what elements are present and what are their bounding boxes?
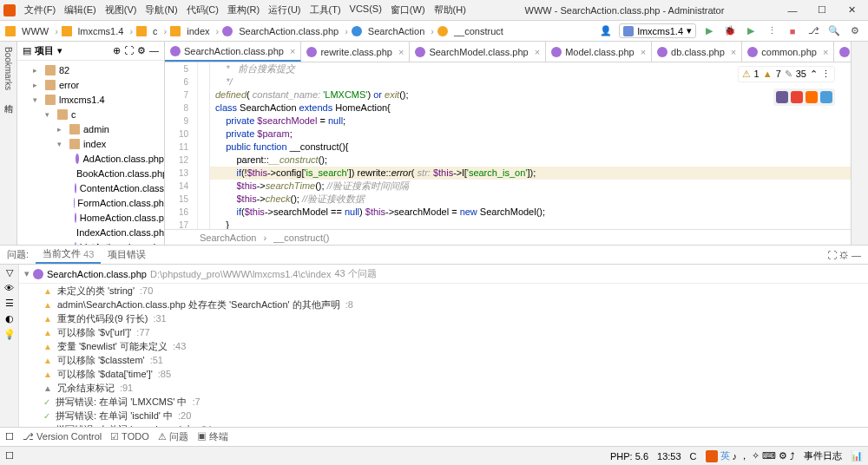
- problem-item[interactable]: ▲重复的代码段(9 行长):31: [19, 311, 868, 325]
- problem-item[interactable]: ▲变量 '$newlist' 可能未定义:43: [19, 339, 868, 353]
- problem-item[interactable]: ▲admin\SearchAction.class.php 处存在类 'Sear…: [19, 298, 868, 311]
- editor-tab[interactable]: BasicAction.class.php×: [834, 42, 851, 62]
- project-tree[interactable]: ▸82▸error▾lmxcms1.4▾c▸admin▾indexAdActio…: [17, 61, 164, 245]
- menu-item[interactable]: 帮助(H): [431, 2, 470, 18]
- close-tab-icon[interactable]: ×: [287, 46, 295, 56]
- events-log[interactable]: 事件日志: [804, 449, 842, 462]
- menu-item[interactable]: 工具(T): [306, 2, 345, 18]
- firefox-icon[interactable]: [806, 91, 818, 103]
- menu-item[interactable]: 视图(V): [102, 2, 141, 18]
- select-opened-icon[interactable]: ⊕: [113, 45, 121, 56]
- chrome-icon[interactable]: [791, 91, 803, 103]
- settings-icon[interactable]: ⚙: [847, 23, 863, 39]
- menu-item[interactable]: 文件(F): [21, 2, 59, 18]
- tree-node[interactable]: IndexAction.class.ph: [17, 225, 164, 239]
- stop-button[interactable]: ■: [785, 23, 800, 39]
- user-icon[interactable]: 👤: [598, 23, 614, 39]
- ime-icons[interactable]: 英 ♪，✧⌨⚙⤴: [706, 449, 796, 462]
- run-button[interactable]: ▶: [701, 23, 717, 39]
- tree-node[interactable]: ▾index: [17, 136, 164, 151]
- problem-item[interactable]: ▲未定义的类 'string':70: [19, 284, 868, 298]
- problem-item[interactable]: ▲可以移除 '$data['time']':85: [19, 367, 868, 381]
- editor-tab[interactable]: SearchModel.class.php×: [410, 42, 546, 62]
- close-tab-icon[interactable]: ×: [820, 47, 828, 57]
- breadcrumb[interactable]: WWW›lmxcms1.4›c›index›SearchAction.class…: [5, 25, 595, 37]
- breadcrumb-item[interactable]: index: [184, 25, 212, 37]
- problem-item[interactable]: ✓拼写错误: 在单词 'LMXCMS' 中:7: [19, 395, 868, 409]
- builtin-browser-icon[interactable]: [820, 91, 832, 103]
- close-tab-icon[interactable]: ×: [396, 47, 404, 57]
- status-tool-icon[interactable]: ☐: [5, 450, 14, 462]
- expand-all-icon[interactable]: ☰: [5, 298, 14, 309]
- problem-item[interactable]: ▲可以移除 '$v['url']':77: [19, 325, 868, 339]
- close-tab-icon[interactable]: ×: [532, 47, 540, 57]
- problems-tab[interactable]: 问题:: [0, 246, 36, 264]
- toolwindow-tab[interactable]: ⚠ 问题: [158, 430, 188, 443]
- code-content[interactable]: * 前台搜索提交 */defined( constant_name: 'LMXC…: [210, 62, 851, 229]
- edge-icon[interactable]: [776, 91, 788, 103]
- run-config-selector[interactable]: lmxcms1.4▾: [619, 23, 696, 38]
- project-errors-tab[interactable]: 项目错误: [101, 246, 153, 264]
- breadcrumb-item[interactable]: WWW: [19, 25, 51, 37]
- eye-icon[interactable]: 👁: [4, 283, 14, 293]
- panel-tools[interactable]: ⛶ ⚙ —: [820, 246, 868, 264]
- editor-tab[interactable]: rewrite.class.php×: [301, 42, 410, 62]
- coverage-button[interactable]: ▶: [743, 23, 759, 39]
- php-version[interactable]: PHP: 5.6: [610, 451, 648, 462]
- inspection-widget[interactable]: ⚠1 ▲7 ✎35 ⌃⋮: [738, 66, 835, 82]
- tree-node[interactable]: AdAction.class.php: [17, 151, 164, 166]
- bottom-toolwindow-bar[interactable]: ☐ ⎇ Version Control☑ TODO⚠ 问题▣ 终端: [0, 427, 868, 446]
- filter-icon[interactable]: ▽: [6, 267, 13, 278]
- editor-tab[interactable]: Model.class.php×: [546, 42, 652, 62]
- open-in-browser[interactable]: [773, 88, 835, 106]
- problem-item[interactable]: ▲可以移除 '$classtem':51: [19, 353, 868, 367]
- expand-icon[interactable]: ⛶: [124, 45, 134, 56]
- menu-item[interactable]: 窗口(W): [387, 2, 429, 18]
- tree-node[interactable]: ▸error: [17, 77, 164, 92]
- editor-tab[interactable]: db.class.php×: [652, 42, 742, 62]
- minimize-button[interactable]: —: [779, 2, 806, 19]
- memory-icon[interactable]: 📊: [851, 450, 863, 462]
- tree-node[interactable]: FormAction.class.ph: [17, 195, 164, 210]
- current-file-tab[interactable]: 当前文件 43: [36, 246, 101, 264]
- more-run-icon[interactable]: ⋮: [764, 23, 779, 39]
- breadcrumb-item[interactable]: __construct: [451, 25, 506, 37]
- breadcrumb-item[interactable]: SearchAction.class.php: [236, 25, 341, 37]
- problems-list[interactable]: ▾ SearchAction.class.php D:\phpstudy_pro…: [19, 265, 868, 427]
- toolwindow-tab[interactable]: ⎇ Version Control: [23, 431, 102, 442]
- problem-item[interactable]: ✓拼写错误: 在单词 'ischild' 中:20: [19, 409, 868, 422]
- menu-item[interactable]: 重构(R): [224, 2, 263, 18]
- hide-panel-icon[interactable]: —: [149, 45, 159, 56]
- tw-icon[interactable]: ☐: [5, 431, 14, 442]
- search-icon[interactable]: 🔍: [826, 23, 842, 39]
- code-breadcrumb[interactable]: SearchAction › __construct(): [165, 229, 851, 245]
- tree-node[interactable]: ▸82: [17, 62, 164, 77]
- breadcrumb-item[interactable]: c: [150, 25, 161, 37]
- tree-node[interactable]: HomeAction.class.p: [17, 210, 164, 225]
- maximize-button[interactable]: ☐: [809, 2, 835, 19]
- close-button[interactable]: ✕: [838, 2, 865, 19]
- toolwindow-tab[interactable]: ▣ 终端: [197, 430, 228, 443]
- git-icon[interactable]: ⎇: [806, 23, 821, 39]
- bookmarks-tab[interactable]: Bookmarks: [3, 45, 13, 92]
- tree-node[interactable]: ▸admin: [17, 121, 164, 136]
- debug-button[interactable]: 🐞: [722, 23, 738, 39]
- breadcrumb-item[interactable]: SearchAction: [365, 25, 427, 37]
- panel-collapse-icon[interactable]: ▤: [23, 45, 31, 56]
- tree-node[interactable]: ▾c: [17, 107, 164, 121]
- tree-node[interactable]: BookAction.class.php: [17, 166, 164, 180]
- menu-item[interactable]: 代码(C): [183, 2, 222, 18]
- bulb-icon[interactable]: 💡: [3, 329, 16, 340]
- toolwindow-tab[interactable]: ☑ TODO: [110, 431, 148, 442]
- editor[interactable]: 567891011121314151617181920 * 前台搜索提交 */d…: [165, 62, 851, 229]
- panel-settings-icon[interactable]: ⚙: [137, 45, 146, 56]
- close-tab-icon[interactable]: ×: [638, 47, 646, 57]
- editor-tabs[interactable]: SearchAction.class.php×rewrite.class.php…: [165, 42, 851, 62]
- close-tab-icon[interactable]: ×: [728, 47, 736, 57]
- menu-item[interactable]: VCS(S): [346, 2, 385, 18]
- structure-tab[interactable]: 结构: [3, 95, 15, 99]
- menubar[interactable]: 文件(F)编辑(E)视图(V)导航(N)代码(C)重构(R)运行(U)工具(T)…: [21, 2, 470, 18]
- menu-item[interactable]: 导航(N): [141, 2, 181, 18]
- breadcrumb-item[interactable]: lmxcms1.4: [76, 25, 127, 37]
- tree-node[interactable]: ContentAction.class: [17, 180, 164, 195]
